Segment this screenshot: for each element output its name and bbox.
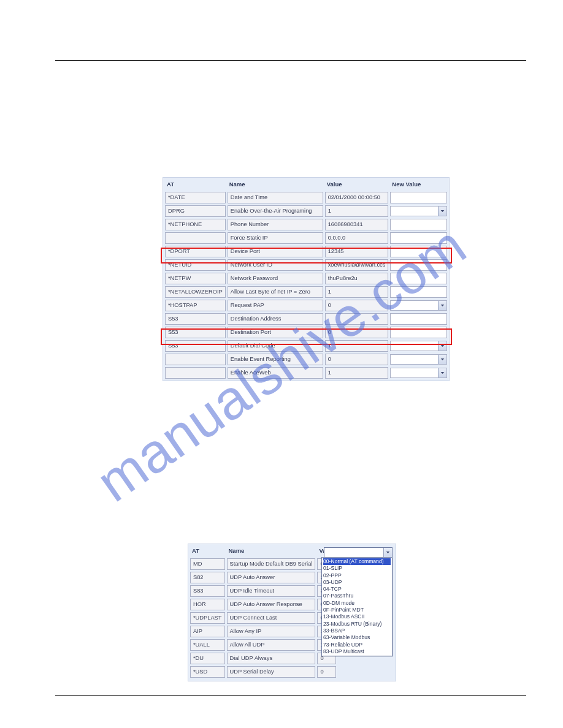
col-value: Value: [325, 180, 389, 190]
table-row: S53Destination Address: [165, 313, 447, 325]
dropdown-option[interactable]: 03-UDP: [323, 579, 391, 586]
startup-mode-options[interactable]: 00-Normal (AT command)01-SLIP02-PPP03-UD…: [321, 557, 393, 656]
value-cell: 02/01/2000 00:00:50: [325, 192, 389, 203]
at-cell: S82: [190, 572, 225, 583]
name-cell: Allow All UDP: [227, 639, 316, 651]
dropdown-option[interactable]: 83-UDP Multicast: [323, 648, 391, 655]
table-row: Force Static IP0.0.0.0: [165, 232, 447, 244]
new-value-input[interactable]: [390, 327, 447, 338]
value-cell: T: [325, 340, 389, 352]
at-cell: *DATE: [165, 192, 226, 203]
misc-settings-panel: AT Name Value New Value *DATEDate and Ti…: [163, 177, 450, 381]
value-cell: xoewrlusla@wwan.ccs: [325, 259, 389, 271]
dropdown-option[interactable]: 04-TCP: [323, 586, 391, 593]
chevron-down-icon: [438, 368, 446, 377]
table-header-row: AT Name Value New Value: [165, 180, 447, 190]
value-cell: 0: [325, 300, 389, 311]
new-value-select[interactable]: [390, 300, 447, 311]
table-row: *HOSTPAPRequest PAP0: [165, 300, 447, 311]
at-cell: *HOSTPAP: [165, 300, 226, 311]
name-cell: Enable Over-the-Air Programing: [228, 205, 323, 217]
name-cell: Network User ID: [228, 259, 323, 271]
dropdown-option[interactable]: 07-PassThru: [323, 593, 391, 599]
new-value-select[interactable]: [390, 206, 447, 216]
dropdown-option[interactable]: 33-BSAP: [323, 628, 391, 634]
new-value-select[interactable]: [390, 341, 447, 351]
table-row: *USDUDP Serial Delay0: [190, 666, 394, 678]
at-cell: S53: [165, 313, 226, 325]
name-cell: Device Port: [228, 246, 323, 257]
col-at: AT: [190, 546, 225, 556]
at-cell: S83: [190, 585, 225, 597]
name-cell: Dial UDP Always: [227, 653, 316, 664]
misc-settings-table: AT Name Value New Value *DATEDate and Ti…: [163, 178, 449, 381]
at-cell: S53: [165, 327, 226, 338]
dropdown-option[interactable]: 00-Normal (AT command): [323, 558, 391, 565]
table-row: S53Default Dial CodeT: [165, 340, 447, 352]
at-cell: HOR: [190, 599, 225, 610]
new-value-input[interactable]: [390, 273, 447, 284]
dropdown-option[interactable]: 01-SLIP: [323, 565, 391, 572]
new-value-select[interactable]: [390, 354, 447, 365]
dropdown-option[interactable]: 0D-DM mode: [323, 600, 391, 607]
value-cell: [325, 313, 389, 325]
table-row: *DATEDate and Time02/01/2000 00:00:50: [165, 192, 447, 203]
value-cell: 0: [317, 666, 336, 678]
at-cell: *UDPLAST: [190, 612, 225, 624]
table-row: *DPORTDevice Port12345: [165, 246, 447, 257]
at-cell: *DU: [190, 653, 225, 664]
dropdown-option[interactable]: 63-Variable Modbus: [323, 634, 391, 641]
at-cell: *NETPW: [165, 273, 226, 284]
new-value-input[interactable]: [390, 232, 447, 244]
name-cell: UDP Connect Last: [227, 612, 316, 624]
divider-top: [55, 60, 526, 61]
new-value-input[interactable]: [390, 219, 447, 230]
new-value-input[interactable]: [390, 313, 447, 325]
new-value-input[interactable]: [390, 192, 447, 203]
name-cell: Default Dial Code: [228, 340, 323, 352]
dropdown-option[interactable]: 0F-PinPoint MDT: [323, 607, 391, 613]
value-cell: 12345: [325, 246, 389, 257]
at-cell: *USD: [190, 666, 225, 678]
name-cell: UDP Auto Answer Response: [227, 599, 316, 610]
new-value-input[interactable]: [390, 246, 447, 257]
name-cell: Allow Any IP: [227, 626, 316, 637]
at-cell: [165, 354, 226, 365]
document-page: AT Name Value New Value *DATEDate and Ti…: [0, 0, 563, 728]
dropdown-option[interactable]: 02-PPP: [323, 572, 391, 579]
table-row: DPRGEnable Over-the-Air Programing1: [165, 205, 447, 217]
name-cell: UDP Idle Timeout: [227, 585, 316, 597]
new-value-input[interactable]: [390, 286, 447, 298]
dropdown-option[interactable]: 23-Modbus RTU (Binary): [323, 621, 391, 628]
chevron-down-icon: [438, 341, 446, 351]
name-cell: Network Password: [228, 273, 323, 284]
new-value-input[interactable]: [390, 259, 447, 271]
value-cell: 16086980341: [325, 219, 389, 230]
name-cell: Date and Time: [228, 192, 323, 203]
name-cell: Enable AceWeb: [228, 367, 323, 379]
table-row: *NETALLOWZEROIPAllow Last Byte of net IP…: [165, 286, 447, 298]
table-row: S53Destination Port0: [165, 327, 447, 338]
value-cell: 0.0.0.0: [325, 232, 389, 244]
at-cell: [165, 367, 226, 379]
table-row: *NETUIDNetwork User IDxoewrlusla@wwan.cc…: [165, 259, 447, 271]
value-cell: 0: [325, 327, 389, 338]
col-name: Name: [227, 546, 316, 556]
chevron-down-icon: [438, 355, 446, 364]
dropdown-option[interactable]: 73-Reliable UDP: [323, 642, 391, 648]
at-cell: S53: [165, 340, 226, 352]
value-cell: 1: [325, 286, 389, 298]
table-row: Enable AceWeb1: [165, 367, 447, 379]
col-at: AT: [165, 180, 226, 190]
chevron-down-icon: [438, 207, 446, 216]
value-cell: 1: [325, 205, 389, 217]
startup-mode-select[interactable]: [324, 547, 393, 558]
dropdown-option[interactable]: 13-Modbus ASCII: [323, 613, 391, 620]
at-cell: AIP: [190, 626, 225, 637]
col-new-value: New Value: [390, 180, 447, 190]
value-cell: 0: [325, 354, 389, 365]
new-value-select[interactable]: [390, 368, 447, 378]
name-cell: Destination Address: [228, 313, 323, 325]
divider-bottom: [55, 695, 526, 696]
name-cell: UDP Serial Delay: [227, 666, 316, 678]
